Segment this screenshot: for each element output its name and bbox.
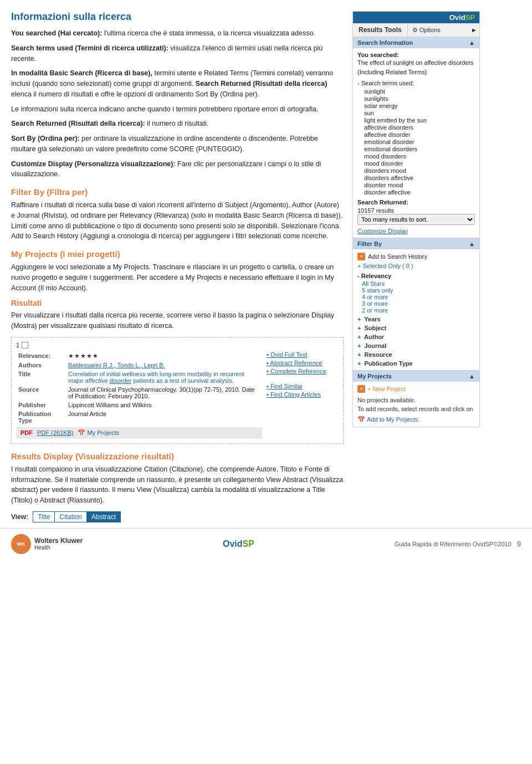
search-info-label: Search Information bbox=[357, 39, 413, 46]
list-item: sunlight bbox=[364, 88, 475, 95]
add-to-history-label: Add to Search History bbox=[368, 253, 427, 260]
filter-by-text: Raffinare i risultati di ricerca sulla b… bbox=[11, 200, 344, 242]
footer-right: Guida Rapida di Riferimento OvidSP©2010 … bbox=[395, 540, 521, 548]
up-icon3: ▲ bbox=[469, 373, 475, 380]
rel-5stars[interactable]: 5 stars only bbox=[357, 287, 475, 294]
subject-expand[interactable]: + Subject bbox=[357, 324, 475, 332]
myprojects-pdf-link[interactable]: 📅 My Projects bbox=[78, 429, 119, 437]
list-item: light emitted by the sun bbox=[364, 117, 475, 124]
view-tabs[interactable]: Title Citation Abstract bbox=[33, 511, 121, 522]
search-terms-list: sunlight sunlights solar energy sun ligh… bbox=[357, 88, 475, 196]
list-item: affective disorders bbox=[364, 124, 475, 131]
customize-display-link[interactable]: Customize Display bbox=[357, 228, 475, 234]
title-post: patients as a test of survival analysis. bbox=[131, 377, 234, 384]
table-row: Publisher Lippincott Williams and Wilkin… bbox=[16, 401, 262, 409]
my-projects-header[interactable]: My Projects ▲ bbox=[353, 371, 479, 382]
tab-abstract[interactable]: Abstract bbox=[87, 512, 120, 522]
risultati-title: Risultati bbox=[11, 299, 344, 307]
filter-by-label: Filter By bbox=[357, 240, 382, 247]
sort-select[interactable]: Too many results to sort. bbox=[357, 214, 475, 225]
results-tools-tab[interactable]: Results Tools bbox=[353, 23, 408, 37]
rel-4more[interactable]: 4 or more bbox=[357, 294, 475, 300]
find-similar-link[interactable]: Find Similar bbox=[267, 383, 339, 389]
up-icon2: ▲ bbox=[469, 240, 475, 247]
search-info-header[interactable]: Search Information ▲ bbox=[353, 37, 479, 48]
options-tab[interactable]: ⚙ Options bbox=[408, 24, 445, 37]
options-label: Options bbox=[420, 27, 441, 33]
search-returned-section-bold: Search Returned (Risultati della ricerca… bbox=[11, 120, 145, 127]
sidebar: OvidSP Results Tools ⚙ Options ► Search … bbox=[352, 11, 480, 522]
filter-by-header[interactable]: Filter By ▲ bbox=[353, 238, 479, 249]
add-myprojects-link[interactable]: 📅 Add to My Projects. bbox=[357, 416, 475, 423]
pdf-icon: PDF bbox=[21, 429, 33, 436]
customize-para: Customize Display (Personalizza visualiz… bbox=[11, 159, 344, 180]
tab-title[interactable]: Title bbox=[33, 512, 55, 522]
list-item: disorder affective bbox=[364, 189, 475, 196]
source-value: Journal of Clinical Psychopharmacology. … bbox=[66, 385, 262, 401]
to-add-text: To add records, select records and click… bbox=[357, 406, 473, 412]
add-myprojects-icon: 📅 bbox=[357, 416, 365, 423]
find-citing-link[interactable]: Find Citing Articles bbox=[267, 391, 339, 398]
my-projects-section: + + New Project No projects available. T… bbox=[353, 382, 479, 427]
relevancy-label: - Relevancy bbox=[357, 271, 475, 280]
years-expand[interactable]: + Years bbox=[357, 315, 475, 324]
table-row: Source Journal of Clinical Psychopharmac… bbox=[16, 385, 262, 401]
pubtype-expand[interactable]: + Publication Type bbox=[357, 359, 475, 368]
list-item: sunlights bbox=[364, 95, 475, 102]
author-expand[interactable]: + Author bbox=[357, 332, 475, 341]
rel-2more[interactable]: 2 or more bbox=[357, 307, 475, 314]
list-item: disorders affective bbox=[364, 175, 475, 181]
sidebar-tabs-row: Results Tools ⚙ Options ► bbox=[353, 23, 479, 37]
you-searched-label: You searched: bbox=[357, 52, 475, 58]
myprojects-title: My Projects (I miei progetti) bbox=[11, 249, 344, 259]
journal-expand[interactable]: + Journal bbox=[357, 341, 475, 350]
customize-bold: Customize Display (Personalizza visualiz… bbox=[11, 160, 176, 168]
ovid-full-text-link[interactable]: Ovid Full Text bbox=[267, 351, 339, 358]
wk-logo-circle: WK bbox=[11, 534, 31, 554]
title-affective: affective bbox=[85, 377, 108, 384]
pdf-label[interactable]: PDF (261KB) bbox=[37, 429, 73, 436]
collapse-icon[interactable]: ► bbox=[469, 24, 479, 35]
selected-only[interactable]: + Selected Only ( 0 ) bbox=[357, 261, 475, 270]
authors-label: Authors bbox=[16, 361, 66, 370]
relevance-label: Relevance: bbox=[16, 351, 66, 361]
pubtype-label: Publication Type bbox=[16, 409, 66, 425]
result-card: 1 Relevance: ★★★★★ Authors Baldessarini … bbox=[11, 337, 344, 444]
result-table: Relevance: ★★★★★ Authors Baldessarini R.… bbox=[16, 351, 262, 425]
title-value[interactable]: Correlation of initial wellness with lon… bbox=[66, 370, 262, 385]
rel-all-stars[interactable]: All Stars bbox=[357, 280, 475, 287]
title-disorder: disorder bbox=[110, 377, 132, 384]
complete-reference-link[interactable]: Complete Reference bbox=[267, 368, 339, 375]
result-right-links: Ovid Full Text Abstract Reference Comple… bbox=[267, 351, 339, 439]
list-item: disorder mood bbox=[364, 182, 475, 188]
new-project-btn[interactable]: + + New Project bbox=[357, 385, 475, 393]
sort-by-bold: Sort By (Ordina per): bbox=[11, 135, 80, 142]
search-info-content: You searched: The effect of sunlight on … bbox=[353, 48, 479, 238]
rel-3more[interactable]: 3 or more bbox=[357, 300, 475, 307]
add-myprojects-text: Add to My Projects. bbox=[367, 416, 420, 423]
page-title: Informazioni sulla ricerca bbox=[11, 11, 344, 23]
filter-section: + Add to Search History + Selected Only … bbox=[353, 249, 479, 370]
sp-text: SP bbox=[466, 13, 475, 22]
footer-ovid: Ovid bbox=[223, 539, 243, 548]
result-checkbox[interactable] bbox=[22, 342, 28, 348]
guide-text: Guida Rapida di Riferimento OvidSP©2010 bbox=[395, 541, 511, 547]
myprojects-empty: No projects available. To add records, s… bbox=[357, 396, 475, 414]
tab-citation[interactable]: Citation bbox=[55, 512, 87, 522]
resource-expand[interactable]: + Resource bbox=[357, 350, 475, 359]
gear-icon: ⚙ bbox=[412, 27, 418, 34]
authors-value[interactable]: Baldessarini R.J., Tondo L., Lepri B. bbox=[66, 361, 262, 370]
new-project-label: + New Project bbox=[367, 386, 406, 392]
abstract-reference-link[interactable]: Abstract Reference bbox=[267, 360, 339, 366]
footer-sp: SP bbox=[243, 539, 254, 548]
table-row: Publication Type Journal Article bbox=[16, 409, 262, 425]
search-terms-used-label: - Search terms used: bbox=[357, 79, 475, 88]
add-to-history-item[interactable]: + Add to Search History bbox=[357, 252, 475, 261]
result-left: Relevance: ★★★★★ Authors Baldessarini R.… bbox=[16, 351, 262, 439]
source-label: Source bbox=[16, 385, 66, 401]
publisher-label: Publisher bbox=[16, 401, 66, 409]
basic-search-para: In modalità Basic Search (Ricerca di bas… bbox=[11, 68, 344, 99]
my-projects-label: My Projects bbox=[357, 373, 392, 380]
basic-search-bold: In modalità Basic Search (Ricerca di bas… bbox=[11, 69, 152, 77]
pubtype-value: Journal Article bbox=[66, 409, 262, 425]
